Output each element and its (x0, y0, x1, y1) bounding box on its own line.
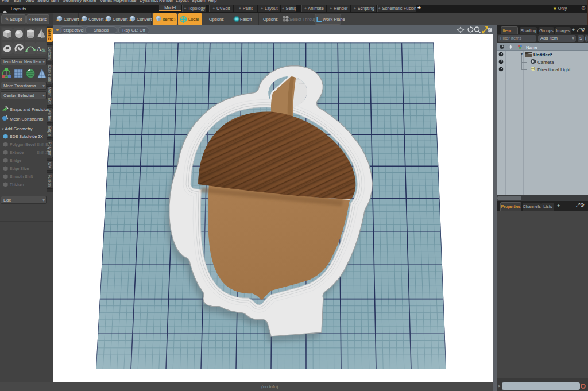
svg-text:A: A (37, 45, 41, 52)
svg-text:&: & (41, 47, 46, 53)
